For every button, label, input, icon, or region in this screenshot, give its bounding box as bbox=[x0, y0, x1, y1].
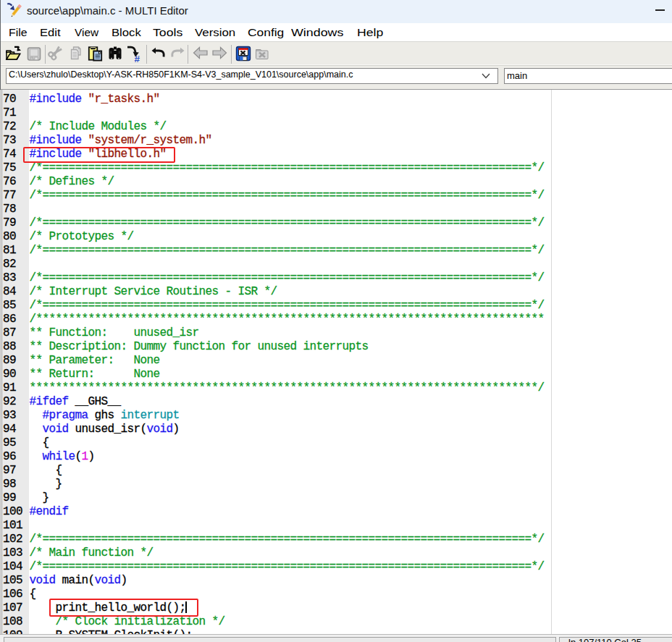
svg-text:#: # bbox=[135, 54, 140, 63]
